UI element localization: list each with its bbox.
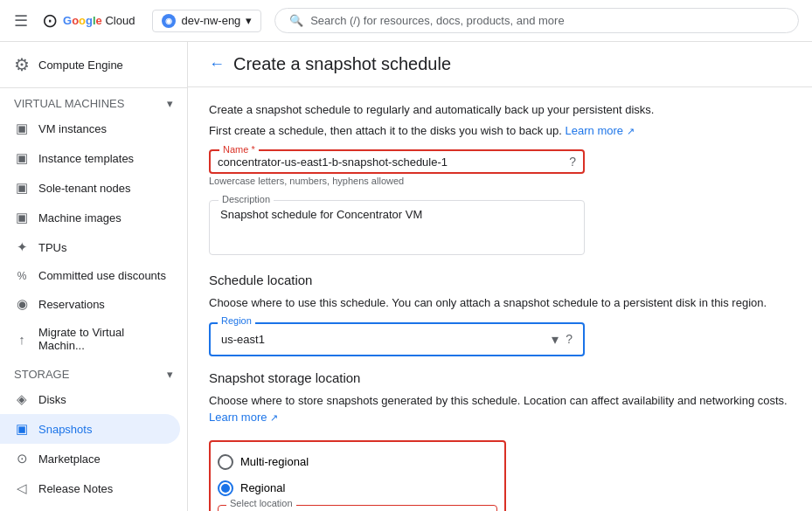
vm-instances-icon: ▣ xyxy=(14,121,30,136)
description-line1: Create a snapshot schedule to regularly … xyxy=(209,101,791,119)
name-floating-label: Name * xyxy=(219,144,259,155)
multi-regional-label: Multi-regional xyxy=(240,455,309,468)
main-layout: ⚙ Compute Engine Virtual machines ▾ ▣ VM… xyxy=(0,42,812,511)
description-field: Description Snapshot schedule for Concen… xyxy=(209,200,791,255)
name-input-wrapper[interactable]: Name * ? xyxy=(209,149,585,174)
regional-radio[interactable] xyxy=(218,480,233,496)
migrate-label: Migrate to Virtual Machin... xyxy=(38,326,166,352)
sidebar-item-marketplace[interactable]: ⊙ Marketplace xyxy=(0,444,180,473)
committed-use-icon: % xyxy=(14,270,30,282)
reservations-icon: ◉ xyxy=(14,296,30,312)
storage-section: Storage ▾ xyxy=(0,359,187,384)
sidebar: ⚙ Compute Engine Virtual machines ▾ ▣ VM… xyxy=(0,42,188,511)
schedule-location-desc: Choose where to use this schedule. You c… xyxy=(209,294,791,312)
project-dropdown-icon: ▾ xyxy=(246,14,252,27)
content-area: ← Create a snapshot schedule Create a sn… xyxy=(188,42,812,511)
instance-templates-label: Instance templates xyxy=(38,152,134,165)
name-field: Name * ? Lowercase letters, numbers, hyp… xyxy=(209,149,791,186)
select-location-field: Select location us-east1 (South Carolina… xyxy=(218,505,497,512)
vm-section-collapse-icon[interactable]: ▾ xyxy=(167,97,173,110)
page-title: Create a snapshot schedule xyxy=(233,54,451,74)
sidebar-item-migrate[interactable]: ↑ Migrate to Virtual Machin... xyxy=(0,319,180,359)
marketplace-label: Marketplace xyxy=(38,452,101,466)
search-placeholder: Search (/) for resources, docs, products… xyxy=(310,14,564,27)
storage-section-label: Storage xyxy=(14,368,69,381)
machine-images-label: Machine images xyxy=(38,211,121,224)
release-notes-label: Release Notes xyxy=(38,482,113,495)
sidebar-item-committed-use[interactable]: % Committed use discounts xyxy=(0,262,180,289)
back-button[interactable]: ← xyxy=(209,55,225,73)
content-body: Create a snapshot schedule to regularly … xyxy=(188,87,812,511)
description-line2: First create a schedule, then attach it … xyxy=(209,122,791,140)
committed-use-label: Committed use discounts xyxy=(38,269,166,282)
disks-label: Disks xyxy=(38,393,66,406)
tpus-icon: ✦ xyxy=(14,239,30,255)
search-icon: 🔍 xyxy=(289,14,303,27)
storage-location-title: Snapshot storage location xyxy=(209,370,791,385)
region-value: us-east1 xyxy=(221,333,552,346)
description-floating-label: Description xyxy=(219,194,274,204)
snapshots-label: Snapshots xyxy=(38,423,92,436)
radio-multi-regional[interactable]: Multi-regional xyxy=(218,449,497,475)
vm-section-label: Virtual machines xyxy=(14,97,124,110)
vm-instances-label: VM instances xyxy=(38,122,107,135)
storage-location-desc: Choose where to store snapshots generate… xyxy=(209,392,791,426)
reservations-label: Reservations xyxy=(38,298,105,311)
select-location-floating-label: Select location xyxy=(226,498,296,508)
sidebar-header: ⚙ Compute Engine xyxy=(0,42,187,88)
multi-regional-radio[interactable] xyxy=(218,454,233,470)
sidebar-item-tpus[interactable]: ✦ TPUs xyxy=(0,232,180,262)
project-icon: ◉ xyxy=(162,14,176,28)
sidebar-item-machine-images[interactable]: ▣ Machine images xyxy=(0,203,180,232)
sidebar-item-reservations[interactable]: ◉ Reservations xyxy=(0,289,180,319)
name-hint: Lowercase letters, numbers, hyphens allo… xyxy=(209,176,791,186)
description-wrapper: Description Snapshot schedule for Concen… xyxy=(209,200,585,255)
sidebar-item-disks[interactable]: ◈ Disks xyxy=(0,384,180,414)
storage-options-box: Multi-regional Regional Select location … xyxy=(209,440,506,512)
region-help-icon[interactable]: ? xyxy=(566,332,573,346)
migrate-icon: ↑ xyxy=(14,332,30,347)
topbar: ☰ ⊙ Google Cloud ◉ dev-nw-eng ▾ 🔍 Search… xyxy=(0,0,812,42)
region-dropdown[interactable]: us-east1 ▾ ? xyxy=(209,322,585,356)
instance-templates-icon: ▣ xyxy=(14,150,30,166)
sidebar-item-vm-instances[interactable]: ▣ VM instances xyxy=(0,114,180,143)
sole-tenant-label: Sole-tenant nodes xyxy=(38,182,131,195)
name-help-icon[interactable]: ? xyxy=(569,155,576,169)
marketplace-icon: ⊙ xyxy=(14,451,30,466)
external-link-icon: ↗ xyxy=(627,126,635,136)
region-dropdown-arrow: ▾ xyxy=(552,331,559,348)
storage-learn-more-link[interactable]: Learn more ↗ xyxy=(209,411,278,424)
sidebar-item-instance-templates[interactable]: ▣ Instance templates xyxy=(0,143,180,173)
sidebar-item-snapshots[interactable]: ▣ Snapshots xyxy=(0,414,180,444)
name-input[interactable] xyxy=(218,155,562,169)
storage-section-collapse-icon[interactable]: ▾ xyxy=(167,368,173,381)
release-notes-icon: ◁ xyxy=(14,480,30,496)
learn-more-link[interactable]: Learn more ↗ xyxy=(566,124,635,137)
sidebar-item-release-notes[interactable]: ◁ Release Notes xyxy=(0,473,180,503)
snapshots-icon: ▣ xyxy=(14,421,30,437)
region-field: Region us-east1 ▾ ? xyxy=(209,322,585,356)
machine-images-icon: ▣ xyxy=(14,210,30,225)
tpus-label: TPUs xyxy=(38,241,67,254)
google-cloud-logo: ⊙ Google Cloud xyxy=(42,10,135,32)
schedule-location-title: Schedule location xyxy=(209,273,791,287)
storage-external-link-icon: ↗ xyxy=(270,412,278,423)
compute-engine-icon: ⚙ xyxy=(14,54,30,75)
region-floating-label: Region xyxy=(218,315,255,326)
sidebar-title: Compute Engine xyxy=(38,59,123,72)
content-header: ← Create a snapshot schedule xyxy=(188,42,812,87)
regional-label: Regional xyxy=(240,481,285,494)
menu-icon[interactable]: ☰ xyxy=(10,8,31,34)
virtual-machines-section: Virtual machines ▾ xyxy=(0,88,187,114)
search-bar[interactable]: 🔍 Search (/) for resources, docs, produc… xyxy=(274,8,799,33)
sidebar-item-sole-tenant[interactable]: ▣ Sole-tenant nodes xyxy=(0,173,180,203)
sole-tenant-icon: ▣ xyxy=(14,180,30,196)
disks-icon: ◈ xyxy=(14,391,30,407)
description-input[interactable]: Snapshot schedule for Concentrator VM xyxy=(220,208,573,245)
project-selector[interactable]: ◉ dev-nw-eng ▾ xyxy=(152,10,261,32)
project-name: dev-nw-eng xyxy=(181,14,240,27)
